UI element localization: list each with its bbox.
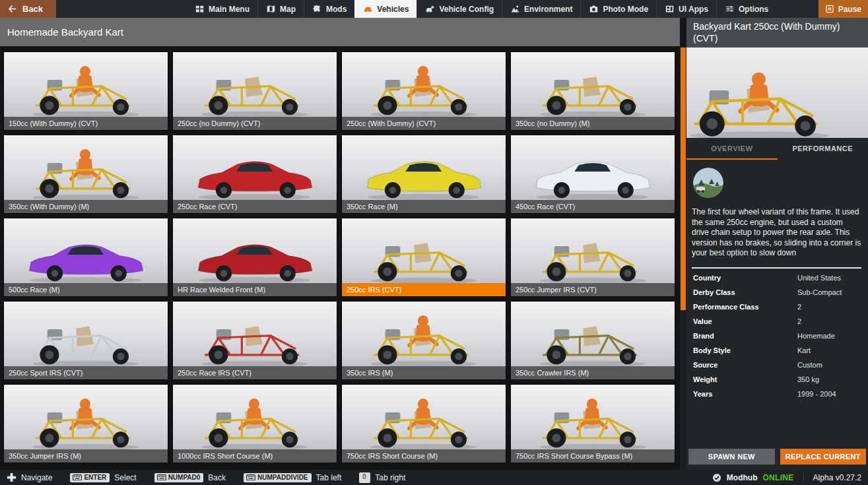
vehicle-tile-250cc-race-cvt[interactable]: 250cc Race (CVT) xyxy=(172,135,337,214)
keyboard-icon xyxy=(73,474,82,481)
vehicle-tile-350cc-with-dummy-m[interactable]: 350cc (With Dummy) (M) xyxy=(3,135,168,214)
vehicle-grid: 150cc (With Dummy) (CVT) 250cc (no Dummy… xyxy=(0,46,680,470)
version-label: Alpha v0.27.2 xyxy=(813,473,861,482)
vehicle-thumbnail xyxy=(511,135,675,200)
vehicle-tile-label: 250cc (no Dummy) (CVT) xyxy=(173,117,337,130)
vehicle-tile-350cc-irs-m[interactable]: 350cc IRS (M) xyxy=(341,301,506,380)
panel-title: Backyard Kart 250cc (With Dummy) (CVT) xyxy=(686,18,868,48)
modhub-icon xyxy=(712,473,721,482)
pause-button[interactable]: Pause xyxy=(818,0,868,18)
vehicle-thumbnail xyxy=(4,52,168,117)
vehicle-thumbnail xyxy=(342,135,506,200)
spec-row-years: Years 1999 - 2004 xyxy=(692,387,861,401)
keyboard-icon xyxy=(246,474,255,481)
spawn-new-button[interactable]: SPAWN NEW xyxy=(688,449,775,465)
map-icon xyxy=(266,5,276,13)
grid-title-bar: Homemade Backyard Kart xyxy=(0,18,680,46)
vehicle-tile-label: 250cc Race (CVT) xyxy=(173,200,337,213)
spec-row-performance-class: Performance Class 2 xyxy=(692,300,861,314)
vehicle-tile-450cc-race-cvt[interactable]: 450cc Race (CVT) xyxy=(510,135,675,214)
grid-scrollbar[interactable] xyxy=(680,46,686,470)
vehicle-tile-1000cc-irs-short-course-m[interactable]: 1000cc IRS Short Course (M) xyxy=(172,384,337,463)
vehicle-tile-250cc-no-dummy-cvt[interactable]: 250cc (no Dummy) (CVT) xyxy=(172,51,337,131)
vehicle-tile-750cc-irs-short-course-bypass-m[interactable]: 750cc IRS Short Course Bypass (M) xyxy=(510,384,675,463)
menu-item-mods[interactable]: Mods xyxy=(304,0,354,18)
spec-key: Body Style xyxy=(693,346,797,354)
menu-item-main-menu[interactable]: Main Menu xyxy=(187,0,257,18)
environment-icon xyxy=(510,5,520,13)
vehicle-tile-350cc-jumper-irs-m[interactable]: 350cc Jumper IRS (M) xyxy=(3,384,168,463)
input-hints: Navigate ENTER Select NUMPAD0 Back NUMPA… xyxy=(7,472,423,483)
hint-tab-left: NUMPADDIVIDE Tab left xyxy=(244,473,341,482)
hint-tab-right: Tab right xyxy=(359,472,405,483)
pause-label: Pause xyxy=(838,5,861,14)
spec-value: United States xyxy=(797,274,841,282)
spec-value: Homemade xyxy=(797,332,835,340)
modhub-label: Modhub xyxy=(727,473,758,482)
vehicle-tile-label: 250cc Jumper IRS (CVT) xyxy=(511,283,675,296)
spec-value: 2 xyxy=(797,303,801,311)
menu-item-photo-mode[interactable]: Photo Mode xyxy=(580,0,656,18)
ui-apps-icon xyxy=(665,5,675,13)
hint-select: ENTER Select xyxy=(70,473,136,482)
tab-overview[interactable]: OVERVIEW xyxy=(686,138,778,160)
vehicle-tile-350cc-race-m[interactable]: 350cc Race (M) xyxy=(341,135,506,214)
menu-item-map[interactable]: Map xyxy=(257,0,304,18)
menu-item-vehicle-config[interactable]: Vehicle Config xyxy=(417,0,502,18)
vehicle-tile-250cc-race-irs-cvt[interactable]: 250cc Race IRS (CVT) xyxy=(172,301,337,380)
options-icon xyxy=(725,5,735,13)
panel-overview-content: The first four wheel variant of this fra… xyxy=(686,160,868,449)
vehicle-tile-750cc-irs-short-course-m[interactable]: 750cc IRS Short Course (M) xyxy=(341,384,506,463)
mouse-icon xyxy=(362,474,367,482)
back-button[interactable]: Back xyxy=(0,0,56,18)
vehicle-thumbnail xyxy=(511,52,675,117)
spec-key: Weight xyxy=(693,375,797,383)
menu-item-vehicles[interactable]: Vehicles xyxy=(354,0,417,18)
photo-mode-icon xyxy=(589,5,599,13)
menu-item-environment[interactable]: Environment xyxy=(502,0,580,18)
hint-navigate: Navigate xyxy=(7,472,52,482)
beamng-vehicle-select-screen: Back Main Menu Map Mods Vehicles Vehicle… xyxy=(0,0,868,485)
vehicle-tile-hr-race-welded-front-m[interactable]: HR Race Welded Front (M) xyxy=(172,218,337,297)
back-arrow-icon xyxy=(7,5,17,13)
vehicle-config-icon xyxy=(425,5,435,13)
spec-key: Performance Class xyxy=(693,303,797,311)
vehicle-tile-label: 450cc Race (CVT) xyxy=(511,200,675,213)
vehicle-tile-label: 750cc IRS Short Course Bypass (M) xyxy=(511,449,675,463)
menu-item-ui-apps[interactable]: UI Apps xyxy=(656,0,716,18)
vehicle-tile-label: 250cc (With Dummy) (CVT) xyxy=(342,117,506,130)
vehicle-tile-label: 250cc IRS (CVT) xyxy=(342,283,506,296)
vehicle-tile-250cc-with-dummy-cvt[interactable]: 250cc (With Dummy) (CVT) xyxy=(341,51,506,131)
vehicle-tile-250cc-sport-irs-cvt[interactable]: 250cc Sport IRS (CVT) xyxy=(3,301,168,380)
vehicle-thumbnail xyxy=(511,218,675,283)
footer-status: Modhub ONLINE Alpha v0.27.2 xyxy=(712,473,861,482)
vehicle-thumbnail xyxy=(342,52,506,117)
tab-performance[interactable]: PERFORMANCE xyxy=(778,138,868,160)
page-title: Homemade Backyard Kart xyxy=(7,26,123,38)
vehicle-tile-350cc-crawler-irs-m[interactable]: 350cc Crawler IRS (M) xyxy=(510,301,675,380)
vehicle-tile-label: 350cc IRS (M) xyxy=(342,366,506,379)
vehicle-thumbnail xyxy=(173,302,337,366)
mods-icon xyxy=(312,5,322,13)
vehicle-tile-label: 250cc Race IRS (CVT) xyxy=(173,366,337,379)
vehicle-tile-250cc-jumper-irs-cvt[interactable]: 250cc Jumper IRS (CVT) xyxy=(510,218,675,297)
vehicle-thumbnail xyxy=(173,218,337,283)
grid-scrollbar-thumb[interactable] xyxy=(681,48,686,310)
vehicle-thumbnail xyxy=(511,302,675,366)
spec-value: 1999 - 2004 xyxy=(797,390,836,398)
vehicle-tile-500cc-race-m[interactable]: 500cc Race (M) xyxy=(3,218,168,297)
vehicle-tile-350cc-no-dummy-m[interactable]: 350cc (no Dummy) (M) xyxy=(510,51,675,131)
spec-key: Brand xyxy=(693,332,797,340)
key-badge: ENTER xyxy=(70,473,110,482)
vehicle-hero-image xyxy=(686,48,868,138)
vehicle-tile-label: 500cc Race (M) xyxy=(4,283,168,296)
vehicle-tile-label: 350cc (With Dummy) (M) xyxy=(4,200,168,213)
replace-current-button[interactable]: REPLACE CURRENT xyxy=(780,449,867,465)
vehicle-tile-250cc-irs-cvt[interactable]: 250cc IRS (CVT) xyxy=(341,218,506,297)
vehicle-tile-label: 350cc Crawler IRS (M) xyxy=(511,366,675,379)
menu-item-options[interactable]: Options xyxy=(716,0,776,18)
vehicle-tile-label: 350cc Jumper IRS (M) xyxy=(4,449,168,463)
vehicle-thumbnail xyxy=(173,385,337,449)
vehicle-thumbnail xyxy=(173,52,337,117)
vehicle-tile-150cc-with-dummy-cvt[interactable]: 150cc (With Dummy) (CVT) xyxy=(3,51,168,131)
